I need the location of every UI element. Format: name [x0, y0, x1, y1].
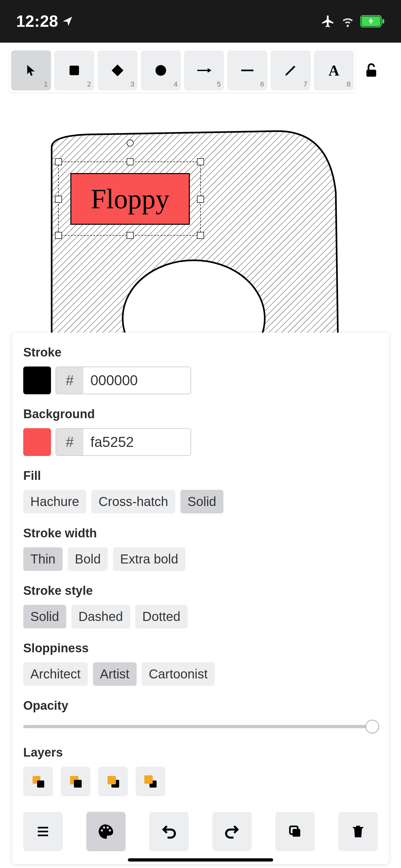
tool-number: 3 — [130, 80, 134, 89]
tool-line[interactable]: 6 — [227, 51, 267, 90]
tool-number: 4 — [174, 80, 178, 89]
sloppiness-artist[interactable]: Artist — [93, 662, 136, 686]
bottom-action-row — [23, 812, 378, 851]
resize-handle-se[interactable] — [197, 232, 204, 239]
svg-rect-2 — [382, 19, 384, 24]
hamburger-icon — [35, 824, 51, 839]
duplicate-button[interactable] — [275, 812, 315, 851]
menu-button[interactable] — [23, 812, 63, 851]
airplane-mode-icon — [321, 14, 335, 28]
tool-draw[interactable]: 7 — [271, 51, 311, 90]
layer-bring-to-front[interactable] — [135, 767, 165, 796]
strokestyle-options: Solid Dashed Dotted — [23, 605, 378, 628]
resize-handle-w[interactable] — [55, 196, 62, 203]
location-icon — [62, 16, 73, 27]
strokestyle-solid[interactable]: Solid — [23, 605, 66, 628]
svg-rect-3 — [69, 66, 79, 75]
strokestyle-label: Stroke style — [23, 584, 378, 598]
diamond-icon — [111, 63, 125, 78]
opacity-label: Opacity — [23, 699, 378, 713]
tool-selection[interactable]: 1 — [11, 51, 51, 90]
sloppiness-label: Sloppiness — [23, 641, 378, 655]
text-icon: A — [328, 62, 339, 79]
stroke-swatch[interactable] — [23, 367, 51, 394]
strokewidth-thin[interactable]: Thin — [23, 547, 63, 571]
lock-button[interactable] — [362, 62, 381, 79]
rotate-handle[interactable] — [127, 140, 134, 147]
bring-to-front-icon — [143, 773, 158, 789]
tool-ellipse[interactable]: 4 — [141, 51, 181, 90]
strokewidth-label: Stroke width — [23, 526, 378, 540]
fill-hachure[interactable]: Hachure — [23, 490, 86, 514]
strokewidth-bold[interactable]: Bold — [68, 547, 108, 571]
svg-rect-7 — [366, 70, 376, 77]
undo-button[interactable] — [149, 812, 189, 851]
toolbar: 1 2 3 4 5 6 7 A 8 — [9, 49, 356, 92]
svg-rect-23 — [292, 829, 300, 837]
tool-diamond[interactable]: 3 — [97, 51, 137, 90]
selection-box[interactable] — [58, 161, 201, 236]
resize-handle-sw[interactable] — [55, 232, 62, 239]
strokewidth-extrabold[interactable]: Extra bold — [113, 547, 185, 571]
delete-button[interactable] — [338, 812, 378, 851]
redo-button[interactable] — [212, 812, 252, 851]
sloppiness-options: Architect Artist Cartoonist — [23, 662, 378, 686]
status-bar: 12:28 — [0, 0, 401, 42]
svg-point-4 — [156, 65, 166, 76]
status-time: 12:28 — [16, 12, 73, 31]
tool-rectangle[interactable]: 2 — [54, 51, 94, 90]
fill-solid[interactable]: Solid — [181, 490, 223, 514]
home-indicator[interactable] — [128, 858, 273, 862]
hash-symbol: # — [56, 367, 83, 394]
circle-icon — [154, 63, 168, 78]
background-hex-value[interactable]: fa5252 — [83, 429, 190, 455]
resize-handle-nw[interactable] — [55, 158, 62, 165]
fill-options: Hachure Cross-hatch Solid — [23, 490, 378, 514]
strokestyle-dashed[interactable]: Dashed — [71, 605, 130, 628]
status-icons — [321, 14, 385, 28]
tool-number: 1 — [44, 80, 48, 89]
stroke-hex-input[interactable]: # 000000 — [56, 367, 191, 394]
layer-buttons — [23, 767, 378, 796]
battery-charging-icon — [360, 15, 385, 27]
sloppiness-cartoonist[interactable]: Cartoonist — [142, 662, 215, 686]
fill-label: Fill — [23, 469, 378, 483]
sloppiness-architect[interactable]: Architect — [23, 662, 88, 686]
background-swatch[interactable] — [23, 428, 51, 456]
layers-label: Layers — [23, 746, 378, 760]
pencil-icon — [283, 63, 298, 78]
layer-send-backward[interactable] — [61, 767, 90, 796]
tool-text[interactable]: A 8 — [314, 51, 354, 90]
fill-crosshatch[interactable]: Cross-hatch — [91, 490, 175, 514]
stroke-hex-value[interactable]: 000000 — [83, 367, 190, 394]
slider-thumb[interactable] — [366, 720, 379, 733]
undo-icon — [161, 824, 177, 840]
hash-symbol: # — [56, 429, 83, 455]
line-icon — [239, 66, 255, 74]
properties-panel: Stroke # 000000 Background # fa5252 Fill… — [12, 333, 389, 864]
stroke-color-row: # 000000 — [23, 367, 378, 394]
svg-rect-15 — [74, 780, 82, 787]
tool-number: 8 — [347, 80, 351, 89]
send-backward-icon — [67, 773, 84, 789]
resize-handle-ne[interactable] — [197, 158, 204, 165]
background-hex-input[interactable]: # fa5252 — [56, 428, 191, 456]
tool-arrow[interactable]: 5 — [184, 51, 224, 90]
square-icon — [67, 63, 81, 78]
svg-rect-17 — [107, 776, 116, 784]
toolbar-container: 1 2 3 4 5 6 7 A 8 — [0, 42, 401, 92]
wifi-icon — [341, 14, 354, 28]
trash-icon — [350, 824, 366, 839]
resize-handle-s[interactable] — [127, 232, 134, 239]
layer-send-to-back[interactable] — [23, 767, 53, 796]
palette-button[interactable] — [86, 812, 126, 851]
bring-forward-icon — [105, 773, 121, 789]
unlock-icon — [363, 62, 380, 79]
resize-handle-n[interactable] — [127, 158, 134, 165]
opacity-slider[interactable] — [23, 720, 378, 733]
strokewidth-options: Thin Bold Extra bold — [23, 547, 378, 571]
layer-bring-forward[interactable] — [98, 767, 128, 796]
strokestyle-dotted[interactable]: Dotted — [135, 605, 188, 628]
resize-handle-e[interactable] — [197, 196, 204, 203]
cursor-icon — [25, 64, 37, 77]
